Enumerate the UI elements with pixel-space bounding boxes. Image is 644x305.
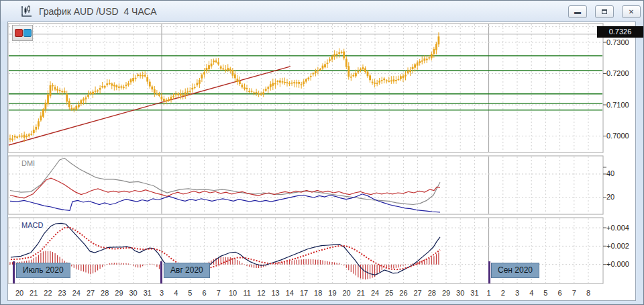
chart-window: График AUD /USD 4 ЧАСА ▬ ✕ 0.7326 0.7300… <box>0 0 644 305</box>
x-axis-label: 24 <box>371 289 379 297</box>
x-axis-label: 31 <box>144 289 152 297</box>
month-label-july: Июль 2020 <box>16 263 70 278</box>
macd-label: MACD <box>21 221 43 229</box>
x-axis-label: 6 <box>203 289 207 297</box>
x-axis-label: 29 <box>115 289 123 297</box>
x-axis-label: 30 <box>129 289 137 297</box>
x-axis-label: 25 <box>385 289 393 297</box>
x-axis-label: 28 <box>101 289 109 297</box>
x-axis-label: 13 <box>271 289 279 297</box>
x-axis-label: 31 <box>470 289 478 297</box>
dmi-axis-label: 40 <box>606 169 614 177</box>
x-axis-label: 3 <box>160 289 164 297</box>
month-separator-bar <box>488 261 490 284</box>
x-axis-label: 24 <box>72 289 80 297</box>
blue-swatch-button[interactable] <box>23 29 32 37</box>
x-axis-label: 6 <box>558 289 562 297</box>
x-axis-label: 21 <box>30 289 38 297</box>
x-axis-label: 12 <box>257 289 265 297</box>
main-chart-panel[interactable] <box>8 24 603 152</box>
x-axis-label: 23 <box>58 289 66 297</box>
x-axis-label: 20 <box>15 289 23 297</box>
x-axis-label: 5 <box>188 289 192 297</box>
x-axis-label: 14 <box>286 289 294 297</box>
macd-axis-label: +0.004 <box>606 224 629 232</box>
x-axis-label: 1 <box>487 289 491 297</box>
x-axis-label: 28 <box>428 289 436 297</box>
x-axis-label: 26 <box>399 289 407 297</box>
object-toolbar <box>12 25 33 41</box>
x-axis-label: 7 <box>572 289 576 297</box>
x-axis-label: 18 <box>314 289 322 297</box>
macd-axis-label: +0.000 <box>606 260 629 268</box>
x-axis-label: 27 <box>413 289 421 297</box>
x-axis-label: 29 <box>442 289 450 297</box>
dmi-label: DMI <box>21 159 35 167</box>
x-axis-label: 30 <box>456 289 464 297</box>
macd-axis-label: +0.002 <box>606 242 629 250</box>
x-axis-label: 3 <box>515 289 519 297</box>
price-axis-label: 0.7300 <box>606 38 629 46</box>
x-axis-label: 22 <box>44 289 52 297</box>
x-axis-label: 27 <box>87 289 95 297</box>
month-label-august: Авг 2020 <box>164 263 210 278</box>
x-axis-label: 17 <box>300 289 308 297</box>
x-axis-label: 5 <box>543 289 547 297</box>
x-axis-label: 4 <box>174 289 178 297</box>
price-axis-label: 0.7000 <box>606 132 629 140</box>
x-axis-label: 7 <box>217 289 221 297</box>
x-axis-label: 8 <box>586 289 590 297</box>
dmi-axis-label: 20 <box>606 193 614 201</box>
x-axis-label: 10 <box>229 289 237 297</box>
x-axis-label: 21 <box>357 289 365 297</box>
x-axis-label: 20 <box>342 289 350 297</box>
price-axis-label: 0.7100 <box>606 101 629 109</box>
x-axis-label: 19 <box>328 289 336 297</box>
month-label-september: Сен 2020 <box>491 263 539 278</box>
x-axis-label: 11 <box>243 289 250 297</box>
current-price-badge: 0.7326 <box>597 26 643 38</box>
red-swatch-button[interactable] <box>15 29 23 37</box>
x-axis-label: 4 <box>529 289 533 297</box>
price-axis-label: 0.7200 <box>606 69 629 77</box>
month-separator-bar <box>13 261 15 284</box>
dmi-panel[interactable] <box>8 156 603 214</box>
month-separator-bar <box>160 261 162 284</box>
x-axis-label: 2 <box>501 289 505 297</box>
